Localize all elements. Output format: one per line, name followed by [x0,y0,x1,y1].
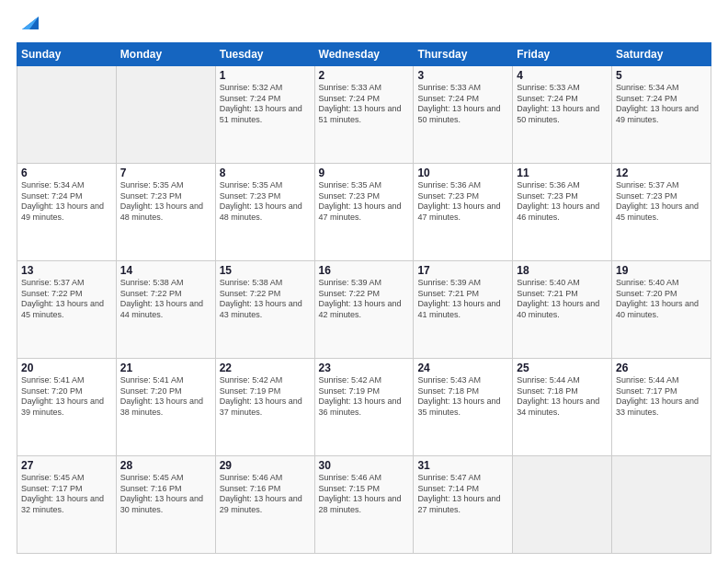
weekday-header: Sunday [17,43,117,66]
weekday-header: Tuesday [215,43,314,66]
day-info: Sunrise: 5:34 AMSunset: 7:24 PMDaylight:… [616,83,707,126]
calendar-cell [612,456,711,554]
day-info: Sunrise: 5:38 AMSunset: 7:22 PMDaylight:… [220,278,311,321]
calendar-cell: 17Sunrise: 5:39 AMSunset: 7:21 PMDayligh… [414,261,513,359]
calendar-cell: 24Sunrise: 5:43 AMSunset: 7:18 PMDayligh… [414,359,513,456]
calendar-cell: 1Sunrise: 5:32 AMSunset: 7:24 PMDaylight… [215,66,314,164]
day-info: Sunrise: 5:35 AMSunset: 7:23 PMDaylight:… [319,180,410,224]
weekday-header: Saturday [612,43,711,66]
day-info: Sunrise: 5:32 AMSunset: 7:24 PMDaylight:… [220,83,311,126]
day-number: 1 [220,69,311,82]
day-info: Sunrise: 5:36 AMSunset: 7:23 PMDaylight:… [517,180,608,224]
day-number: 11 [517,167,608,179]
day-info: Sunrise: 5:40 AMSunset: 7:21 PMDaylight:… [517,278,608,321]
calendar-cell: 13Sunrise: 5:37 AMSunset: 7:22 PMDayligh… [17,261,117,359]
day-info: Sunrise: 5:43 AMSunset: 7:18 PMDaylight:… [417,375,508,419]
day-info: Sunrise: 5:41 AMSunset: 7:20 PMDaylight:… [21,375,112,419]
day-info: Sunrise: 5:40 AMSunset: 7:20 PMDaylight:… [616,278,707,321]
day-number: 24 [417,362,508,374]
day-info: Sunrise: 5:33 AMSunset: 7:24 PMDaylight:… [517,83,608,126]
day-number: 28 [120,459,211,472]
calendar-page: SundayMondayTuesdayWednesdayThursdayFrid… [0,0,728,563]
header [17,17,711,33]
calendar-cell: 15Sunrise: 5:38 AMSunset: 7:22 PMDayligh… [215,261,314,359]
day-number: 3 [417,69,508,82]
calendar-cell: 11Sunrise: 5:36 AMSunset: 7:23 PMDayligh… [513,164,612,261]
calendar-table: SundayMondayTuesdayWednesdayThursdayFrid… [17,42,711,554]
calendar-cell: 25Sunrise: 5:44 AMSunset: 7:18 PMDayligh… [513,359,612,456]
calendar-cell: 10Sunrise: 5:36 AMSunset: 7:23 PMDayligh… [414,164,513,261]
calendar-cell: 20Sunrise: 5:41 AMSunset: 7:20 PMDayligh… [17,359,117,456]
calendar-cell: 27Sunrise: 5:45 AMSunset: 7:17 PMDayligh… [17,456,117,554]
day-info: Sunrise: 5:46 AMSunset: 7:15 PMDaylight:… [319,473,410,516]
day-number: 8 [220,167,311,179]
day-info: Sunrise: 5:47 AMSunset: 7:14 PMDaylight:… [417,473,508,516]
day-info: Sunrise: 5:42 AMSunset: 7:19 PMDaylight:… [220,375,311,419]
calendar-cell [17,66,117,164]
day-number: 29 [220,459,311,472]
calendar-cell: 5Sunrise: 5:34 AMSunset: 7:24 PMDaylight… [612,66,711,164]
day-number: 14 [120,264,211,277]
weekday-header: Wednesday [314,43,414,66]
calendar-cell: 14Sunrise: 5:38 AMSunset: 7:22 PMDayligh… [116,261,215,359]
day-number: 30 [319,459,410,472]
day-number: 12 [616,167,707,179]
day-number: 26 [616,362,707,374]
calendar-cell: 8Sunrise: 5:35 AMSunset: 7:23 PMDaylight… [215,164,314,261]
day-number: 25 [517,362,608,374]
day-number: 10 [417,167,508,179]
day-number: 17 [417,264,508,277]
calendar-cell: 22Sunrise: 5:42 AMSunset: 7:19 PMDayligh… [215,359,314,456]
day-number: 15 [220,264,311,277]
day-number: 5 [616,69,707,82]
day-number: 23 [319,362,410,374]
calendar-cell: 31Sunrise: 5:47 AMSunset: 7:14 PMDayligh… [414,456,513,554]
day-number: 13 [21,264,112,277]
calendar-cell: 7Sunrise: 5:35 AMSunset: 7:23 PMDaylight… [116,164,215,261]
calendar-cell: 2Sunrise: 5:33 AMSunset: 7:24 PMDaylight… [314,66,414,164]
calendar-cell: 29Sunrise: 5:46 AMSunset: 7:16 PMDayligh… [215,456,314,554]
calendar-cell: 18Sunrise: 5:40 AMSunset: 7:21 PMDayligh… [513,261,612,359]
weekday-header: Friday [513,43,612,66]
calendar-cell: 12Sunrise: 5:37 AMSunset: 7:23 PMDayligh… [612,164,711,261]
day-info: Sunrise: 5:44 AMSunset: 7:18 PMDaylight:… [517,375,608,419]
day-number: 16 [319,264,410,277]
day-info: Sunrise: 5:37 AMSunset: 7:22 PMDaylight:… [21,278,112,321]
weekday-header: Thursday [414,43,513,66]
day-number: 20 [21,362,112,374]
day-info: Sunrise: 5:33 AMSunset: 7:24 PMDaylight:… [319,83,410,126]
calendar-cell [513,456,612,554]
calendar-week-row: 13Sunrise: 5:37 AMSunset: 7:22 PMDayligh… [17,261,711,359]
calendar-cell: 3Sunrise: 5:33 AMSunset: 7:24 PMDaylight… [414,66,513,164]
calendar-cell: 21Sunrise: 5:41 AMSunset: 7:20 PMDayligh… [116,359,215,456]
calendar-cell: 30Sunrise: 5:46 AMSunset: 7:15 PMDayligh… [314,456,414,554]
day-info: Sunrise: 5:42 AMSunset: 7:19 PMDaylight:… [319,375,410,419]
day-info: Sunrise: 5:35 AMSunset: 7:23 PMDaylight:… [220,180,311,224]
day-info: Sunrise: 5:45 AMSunset: 7:17 PMDaylight:… [21,473,112,516]
calendar-cell: 26Sunrise: 5:44 AMSunset: 7:17 PMDayligh… [612,359,711,456]
day-info: Sunrise: 5:37 AMSunset: 7:23 PMDaylight:… [616,180,707,224]
day-number: 4 [517,69,608,82]
calendar-cell: 4Sunrise: 5:33 AMSunset: 7:24 PMDaylight… [513,66,612,164]
day-number: 7 [120,167,211,179]
day-info: Sunrise: 5:38 AMSunset: 7:22 PMDaylight:… [120,278,211,321]
calendar-week-row: 1Sunrise: 5:32 AMSunset: 7:24 PMDaylight… [17,66,711,164]
calendar-cell: 23Sunrise: 5:42 AMSunset: 7:19 PMDayligh… [314,359,414,456]
day-info: Sunrise: 5:39 AMSunset: 7:21 PMDaylight:… [417,278,508,321]
day-info: Sunrise: 5:34 AMSunset: 7:24 PMDaylight:… [21,180,112,224]
calendar-cell: 28Sunrise: 5:45 AMSunset: 7:16 PMDayligh… [116,456,215,554]
day-number: 21 [120,362,211,374]
day-number: 2 [319,69,410,82]
day-info: Sunrise: 5:35 AMSunset: 7:23 PMDaylight:… [120,180,211,224]
day-info: Sunrise: 5:36 AMSunset: 7:23 PMDaylight:… [417,180,508,224]
calendar-cell: 19Sunrise: 5:40 AMSunset: 7:20 PMDayligh… [612,261,711,359]
day-info: Sunrise: 5:39 AMSunset: 7:22 PMDaylight:… [319,278,410,321]
calendar-week-row: 20Sunrise: 5:41 AMSunset: 7:20 PMDayligh… [17,359,711,456]
day-number: 18 [517,264,608,277]
day-number: 19 [616,264,707,277]
day-info: Sunrise: 5:33 AMSunset: 7:24 PMDaylight:… [417,83,508,126]
day-number: 31 [417,459,508,472]
logo [17,17,39,33]
calendar-cell: 16Sunrise: 5:39 AMSunset: 7:22 PMDayligh… [314,261,414,359]
day-number: 9 [319,167,410,179]
